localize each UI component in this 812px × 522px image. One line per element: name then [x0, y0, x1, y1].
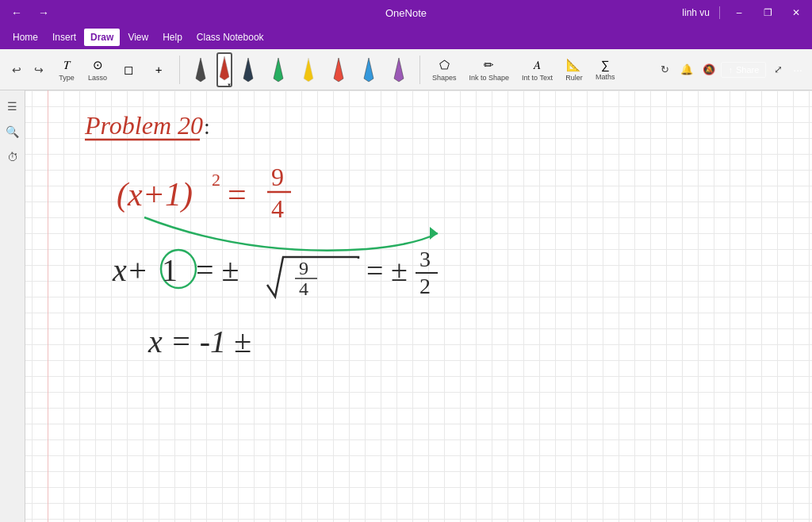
notebook-area: ☰ 🔍 ⏱ Problem 20 : (x+1) 2 = 9 4: [0, 90, 812, 522]
pen-blue[interactable]: [354, 54, 383, 86]
pen-yellow[interactable]: [294, 54, 323, 86]
ribbon-sep-2: [419, 56, 420, 84]
ribbon-right-group: ↻ 🔔 🔕 ↑ Share ⤢ ···: [654, 59, 806, 80]
maths-label: Maths: [596, 73, 615, 81]
pen-darkblue-icon: [243, 56, 254, 83]
eq2-sqrt-denominator: 4: [299, 278, 308, 299]
ribbon: ↩ ↪ 𝑇 Type ⊙ Lasso ◻ +: [0, 49, 812, 90]
share-button[interactable]: ↑ Share: [721, 62, 766, 78]
lasso-label: Lasso: [88, 74, 107, 82]
maths-icon: ∑: [601, 58, 610, 71]
pen-gray[interactable]: [186, 54, 215, 86]
svg-marker-2: [243, 58, 253, 82]
svg-marker-5: [334, 58, 343, 82]
colon: :: [204, 114, 210, 139]
math-svg: Problem 20 : (x+1) 2 = 9 4 x+ 1 = ±: [25, 90, 787, 522]
ruler-label: Ruler: [565, 74, 583, 82]
pen-yellow-icon: [303, 56, 314, 83]
title-bar: ← → OneNote linh vu – ❐ ✕: [0, 0, 812, 25]
eq2-equals2: = ±: [366, 254, 408, 287]
shapes-icon: ⬠: [439, 58, 450, 72]
eq3: x = -1 ±: [147, 324, 251, 359]
ink-to-shape-label: Ink to Shape: [469, 74, 510, 82]
sync-button[interactable]: ↻: [654, 59, 675, 80]
green-arrowhead: [430, 227, 438, 240]
ribbon-sep-1: [179, 56, 180, 84]
maths-button[interactable]: ∑ Maths: [590, 54, 621, 85]
eq2-equals: = ±: [196, 252, 239, 288]
type-icon: 𝑇: [63, 58, 70, 72]
math-canvas: Problem 20 : (x+1) 2 = 9 4 x+ 1 = ±: [25, 90, 812, 522]
menu-draw[interactable]: Draw: [84, 29, 120, 46]
pen-gray-icon: [195, 56, 206, 83]
ink-to-text-icon: 𝐴: [534, 58, 541, 72]
more-options-button[interactable]: ···: [790, 62, 806, 78]
problem-title: Problem 20: [84, 111, 203, 140]
menu-class-notebook[interactable]: Class Notebook: [190, 29, 270, 46]
notify-button[interactable]: 🔔: [676, 59, 697, 80]
eq2-2: 2: [419, 274, 431, 298]
pen-red-icon: [219, 55, 230, 82]
pen-green[interactable]: [264, 54, 293, 86]
pen-dropdown-icon: ▼: [227, 83, 232, 87]
pen-redorange[interactable]: [324, 54, 353, 86]
restore-button[interactable]: ❐: [758, 3, 777, 22]
eraser-icon: ◻: [124, 63, 133, 77]
lasso-tool-button[interactable]: ⊙ Lasso: [82, 54, 113, 86]
eq2-sqrt-numerator: 9: [299, 258, 308, 278]
add-tool-button[interactable]: +: [144, 59, 173, 80]
pen-purple[interactable]: [385, 54, 413, 86]
menu-insert[interactable]: Insert: [46, 29, 82, 46]
menu-help[interactable]: Help: [156, 29, 189, 46]
type-label: Type: [59, 74, 75, 82]
menu-view[interactable]: View: [121, 29, 155, 46]
sidebar-history-icon[interactable]: ⏱: [3, 148, 22, 167]
titlebar-right: linh vu – ❐ ✕: [682, 3, 806, 22]
menu-bar: Home Insert Draw View Help Class Noteboo…: [0, 25, 812, 49]
svg-marker-7: [394, 58, 404, 82]
sqrt-symbol: [267, 257, 358, 297]
undo-button[interactable]: ↩: [6, 59, 27, 80]
redo-button[interactable]: ↪: [29, 59, 49, 80]
back-button[interactable]: ←: [6, 5, 27, 21]
green-arc: [144, 217, 438, 251]
eq1-denominator: 4: [271, 194, 284, 223]
eq1-left: (x+1): [117, 176, 193, 213]
eraser-tool-button[interactable]: ◻: [114, 59, 143, 81]
shapes-button[interactable]: ⬠ Shapes: [427, 54, 462, 86]
svg-marker-1: [220, 56, 229, 80]
sidebar-search-icon[interactable]: 🔍: [3, 122, 22, 141]
eq2-3: 3: [419, 247, 431, 271]
titlebar-divider: [719, 6, 720, 19]
add-icon: +: [155, 63, 163, 76]
pen-red-selected[interactable]: ▼: [216, 52, 232, 87]
eq2-x: x+: [112, 252, 148, 288]
expand-button[interactable]: ⤢: [768, 59, 788, 80]
ruler-button[interactable]: 📐 Ruler: [560, 54, 588, 86]
titlebar-nav: ← →: [6, 5, 54, 21]
menu-home[interactable]: Home: [6, 29, 44, 46]
bell-button[interactable]: 🔕: [699, 59, 719, 80]
pen-redorange-icon: [333, 56, 344, 83]
pen-green-icon: [273, 56, 284, 83]
eq2-one: 1: [162, 252, 178, 288]
share-label: Share: [736, 65, 759, 75]
type-tool-button[interactable]: 𝑇 Type: [52, 54, 81, 86]
pen-darkblue[interactable]: [234, 54, 262, 86]
ink-to-shape-icon: ✏: [484, 58, 494, 72]
lasso-icon: ⊙: [93, 58, 103, 72]
eq1-equals: =: [228, 176, 247, 213]
close-button[interactable]: ✕: [787, 3, 806, 22]
svg-marker-4: [304, 58, 313, 82]
user-name: linh vu: [682, 7, 710, 18]
minimize-button[interactable]: –: [730, 3, 749, 22]
shapes-label: Shapes: [432, 74, 457, 82]
eq1-numerator: 9: [271, 163, 284, 191]
ink-to-shape-button[interactable]: ✏ Ink to Shape: [464, 54, 515, 86]
app-title: OneNote: [385, 7, 427, 19]
forward-button[interactable]: →: [33, 5, 54, 21]
sidebar-notebooks-icon[interactable]: ☰: [3, 97, 22, 116]
pen-tools-group: ▼: [186, 52, 413, 87]
ink-to-text-button[interactable]: 𝐴 Int to Text: [516, 54, 558, 86]
ink-to-text-label: Int to Text: [522, 74, 553, 82]
